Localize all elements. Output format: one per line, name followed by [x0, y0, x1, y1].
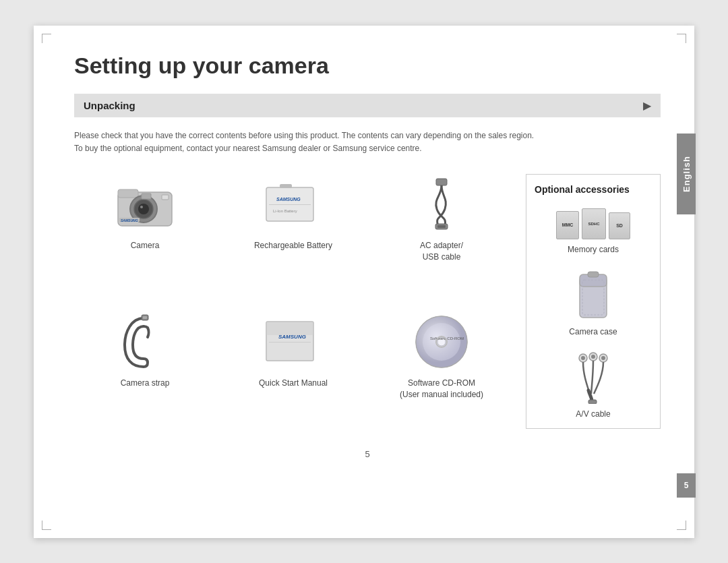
section-title: Unpacking [84, 100, 135, 111]
section-header: Unpacking ▶ [74, 94, 661, 117]
svg-rect-13 [269, 204, 311, 205]
svg-rect-1 [118, 189, 138, 198]
svg-point-4 [138, 204, 149, 214]
av-cable-image [570, 350, 617, 404]
cdrom-image: Software CD-ROM [401, 312, 482, 372]
battery-icon: SAMSUNG Li-Ion Battery [260, 177, 327, 231]
svg-rect-19 [143, 316, 147, 319]
list-item: Camera strap [74, 312, 216, 429]
page-number: 5 [74, 449, 661, 459]
main-content: SAMSUNG Camera SAMSUNG Li-Ion Battery [74, 174, 661, 429]
accessories-box: Optional accessories MMC [526, 174, 661, 429]
svg-text:SAMSUNG: SAMSUNG [276, 197, 301, 202]
corner-mark-tr [677, 34, 686, 43]
av-cable-label: A/V cable [576, 409, 610, 419]
svg-point-27 [423, 323, 460, 361]
camera-icon: SAMSUNG [104, 177, 185, 231]
memory-cards-label: Memory cards [568, 245, 619, 254]
list-item: SAMSUNG Li-Ion Battery Rechargeable Batt… [222, 174, 364, 291]
corner-mark-br [677, 521, 686, 530]
sd-card: SD [609, 212, 630, 239]
svg-point-35 [581, 356, 585, 360]
list-item: Software CD-ROM Software CD-ROM(User man… [371, 312, 512, 429]
ac-adapter-image [401, 174, 482, 235]
list-item: MMC SDHC SD [556, 208, 630, 254]
manual-image: SAMSUNG [253, 312, 334, 372]
list-item: SAMSUNG Camera [74, 174, 216, 291]
battery-image: SAMSUNG Li-Ion Battery [253, 174, 334, 235]
ac-adapter-label: AC adapter/USB cable [420, 240, 463, 263]
svg-point-37 [591, 355, 595, 359]
description: Please check that you have the correct c… [74, 129, 546, 155]
cdrom-label: Software CD-ROM(User manual included) [400, 378, 483, 401]
camera-label: Camera [131, 240, 160, 251]
svg-rect-21 [266, 322, 313, 335]
camera-case-label: Camera case [569, 327, 617, 336]
camera-image: SAMSUNG [104, 174, 185, 235]
svg-rect-23 [269, 342, 311, 343]
svg-text:Li-Ion Battery: Li-Ion Battery [273, 209, 297, 213]
manual-label: Quick Start Manual [259, 378, 328, 389]
cdrom-icon: Software CD-ROM [411, 312, 472, 372]
memory-cards-image: MMC SDHC SD [556, 208, 630, 239]
strap-image [104, 312, 185, 372]
section-arrow: ▶ [643, 99, 651, 112]
svg-rect-15 [436, 179, 447, 185]
strap-icon [118, 312, 172, 372]
svg-text:SAMSUNG: SAMSUNG [278, 334, 306, 340]
svg-rect-7 [142, 194, 151, 199]
camera-case-icon [573, 268, 613, 322]
svg-rect-11 [280, 184, 292, 188]
svg-rect-6 [162, 195, 169, 200]
battery-label: Rechargeable Battery [254, 240, 332, 251]
camera-case-image [573, 268, 613, 322]
corner-mark-bl [42, 521, 51, 530]
manual-icon: SAMSUNG [260, 315, 327, 369]
accessories-title: Optional accessories [535, 184, 630, 195]
list-item: Camera case [569, 268, 617, 336]
list-item: AC adapter/USB cable [371, 174, 512, 291]
english-tab: English [677, 134, 696, 214]
svg-text:SAMSUNG: SAMSUNG [121, 218, 138, 223]
page-title: Setting up your camera [74, 53, 661, 79]
svg-rect-40 [588, 400, 597, 404]
page: English 5 Setting up your camera Unpacki… [34, 26, 694, 538]
items-grid: SAMSUNG Camera SAMSUNG Li-Ion Battery [74, 174, 512, 429]
page-number-tab: 5 [677, 473, 696, 498]
corner-mark-tl [42, 34, 51, 43]
mmc-card: MMC [556, 211, 579, 239]
memory-cards-row: MMC SDHC SD [556, 208, 630, 239]
svg-rect-32 [588, 272, 599, 277]
sdhc-card: SDHC [582, 208, 606, 239]
svg-rect-17 [437, 225, 446, 228]
svg-point-39 [601, 356, 605, 360]
strap-label: Camera strap [121, 378, 170, 389]
list-item: SAMSUNG Quick Start Manual [222, 312, 364, 429]
ac-adapter-icon [408, 175, 475, 233]
svg-point-5 [140, 206, 143, 208]
list-item: A/V cable [570, 350, 617, 419]
av-cable-icon [570, 350, 617, 404]
